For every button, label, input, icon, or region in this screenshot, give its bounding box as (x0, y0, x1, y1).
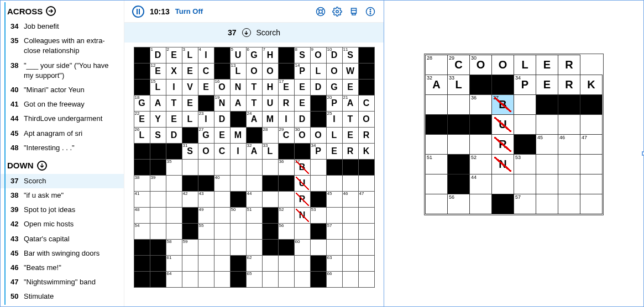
grid-cell[interactable]: 29C (278, 128, 294, 144)
grid-cell[interactable] (342, 224, 358, 240)
grid-cell[interactable]: R (558, 55, 580, 75)
grid-cell[interactable] (262, 160, 278, 176)
grid-cell[interactable]: 34P (310, 144, 326, 160)
grid-cell[interactable]: 53 (514, 155, 536, 174)
grid-cell[interactable]: O (198, 144, 214, 160)
grid-cell[interactable]: D (294, 112, 310, 128)
grid-cell[interactable]: 33L (448, 75, 470, 95)
clue-item[interactable]: 34Job benefit (1, 19, 124, 34)
grid-cell[interactable]: R (342, 144, 358, 160)
grid-cell[interactable] (358, 256, 374, 272)
grid-cell[interactable] (536, 174, 558, 194)
grid-cell[interactable] (214, 192, 230, 208)
grid-cell[interactable] (514, 174, 536, 194)
grid-cell[interactable] (342, 256, 358, 272)
grid-cell[interactable]: 38 (134, 176, 150, 192)
grid-cell[interactable] (580, 115, 603, 135)
grid-cell[interactable]: I (166, 80, 182, 96)
grid-cell[interactable]: E (182, 63, 198, 80)
grid-cell[interactable] (358, 240, 374, 256)
grid-cell[interactable]: D (214, 112, 230, 128)
grid-cell[interactable]: 32A (246, 144, 262, 160)
grid-cell[interactable]: E (536, 55, 558, 75)
grid-cell[interactable]: E (294, 96, 310, 112)
grid-cell[interactable] (326, 240, 342, 256)
grid-cell[interactable]: 54 (134, 224, 150, 240)
grid-cell[interactable] (198, 160, 214, 176)
grid-cell[interactable] (310, 160, 326, 176)
grid-cell[interactable] (342, 176, 358, 192)
grid-cell[interactable] (558, 115, 580, 135)
grid-cell[interactable] (278, 272, 294, 288)
clue-item[interactable]: 50Stimulate (1, 289, 124, 304)
grid-cell[interactable]: S (150, 128, 166, 144)
grid-cell[interactable] (342, 272, 358, 288)
grid-cell[interactable]: 45 (326, 192, 342, 208)
grid-cell[interactable]: K (358, 144, 374, 160)
grid-cell[interactable]: 57 (514, 194, 536, 214)
grid-cell[interactable]: 46 (342, 192, 358, 208)
grid-cell[interactable]: 39 (150, 176, 166, 192)
grid-cell[interactable]: 26L (134, 128, 150, 144)
grid-cell[interactable]: M (262, 112, 278, 128)
grid-cell[interactable]: 28 (426, 55, 448, 75)
clue-item[interactable]: 45Bar with swinging doors (1, 246, 124, 261)
grid-cell[interactable]: 63 (326, 256, 342, 272)
grid-cell[interactable]: O (358, 112, 374, 128)
grid-cell[interactable] (470, 135, 492, 155)
grid-cell[interactable]: 28 (262, 128, 278, 144)
grid-cell[interactable]: 20P (326, 96, 342, 112)
clue-item[interactable]: 40"Minari" actor Yeun (1, 83, 124, 97)
grid-cell[interactable] (310, 176, 326, 192)
grid-cell[interactable]: C (214, 144, 230, 160)
grid-cell[interactable] (198, 240, 214, 256)
grid-cell[interactable]: 62 (246, 256, 262, 272)
grid-cell[interactable]: 33L (262, 144, 278, 160)
grid-cell[interactable] (198, 256, 214, 272)
grid-cell[interactable]: E (294, 80, 310, 96)
gear-icon[interactable] (332, 6, 343, 17)
grid-cell[interactable]: E (198, 80, 214, 96)
grid-cell[interactable] (448, 135, 470, 155)
grid-cell[interactable]: A (230, 96, 246, 112)
grid-cell[interactable]: D (166, 128, 182, 144)
grid-cell[interactable]: 36 (470, 95, 492, 115)
zoom-grid[interactable]: 2829C30OOLER32A33L34PERK3637BUR454647515… (425, 55, 603, 214)
grid-cell[interactable] (580, 155, 603, 174)
grid-cell[interactable]: L (182, 112, 198, 128)
grid-cell[interactable] (246, 240, 262, 256)
grid-cell[interactable]: O (326, 63, 342, 80)
grid-cell[interactable]: 8S (294, 47, 310, 63)
grid-cell[interactable] (182, 160, 198, 176)
grid-cell[interactable]: 2E (166, 47, 182, 63)
grid-cell[interactable] (278, 256, 294, 272)
grid-cell[interactable] (166, 208, 182, 224)
grid-cell[interactable]: 22E (134, 112, 150, 128)
lifesaver-icon[interactable] (315, 6, 326, 17)
grid-cell[interactable]: 24A (246, 112, 262, 128)
grid-cell[interactable]: 4I (198, 47, 214, 63)
clue-item[interactable]: 46"Beats me!" (1, 261, 124, 275)
grid-cell[interactable] (514, 95, 536, 115)
grid-cell[interactable] (558, 174, 580, 194)
grid-cell[interactable]: I (278, 112, 294, 128)
clue-item[interactable]: 48"Interesting . . ." (1, 141, 124, 155)
more-icon[interactable] (365, 6, 376, 17)
grid-cell[interactable] (166, 224, 182, 240)
grid-cell[interactable]: 7H (262, 47, 278, 63)
grid-cell[interactable] (310, 240, 326, 256)
grid-cell[interactable]: T (246, 80, 262, 96)
grid-cell[interactable]: 65 (246, 272, 262, 288)
grid-cell[interactable] (326, 208, 342, 224)
grid-cell[interactable]: 27G (198, 128, 214, 144)
grid-cell[interactable] (342, 208, 358, 224)
grid-cell[interactable] (214, 272, 230, 288)
grid-cell[interactable]: 56 (278, 224, 294, 240)
grid-cell[interactable]: R (278, 96, 294, 112)
grid-cell[interactable] (262, 256, 278, 272)
grid-cell[interactable] (214, 160, 230, 176)
grid-cell[interactable]: 23I (198, 112, 214, 128)
grid-cell[interactable] (262, 192, 278, 208)
grid-cell[interactable]: 55 (198, 224, 214, 240)
grid-cell[interactable]: 61 (166, 256, 182, 272)
